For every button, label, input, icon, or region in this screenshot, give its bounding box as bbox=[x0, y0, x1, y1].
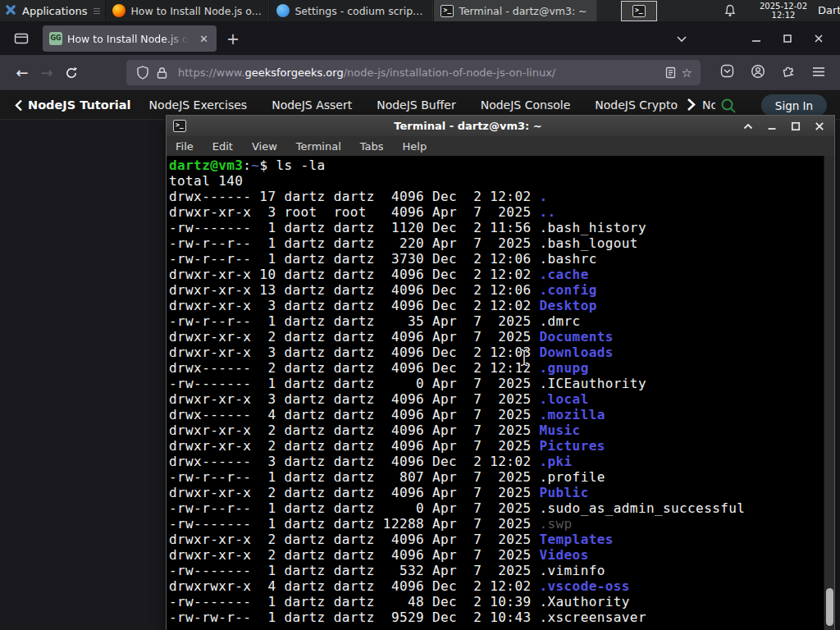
url-text: https://www.geeksforgeeks.org/node-js/in… bbox=[178, 66, 661, 79]
menu-view[interactable]: View bbox=[252, 140, 277, 153]
url-bar[interactable]: https://www.geeksforgeeks.org/node-js/in… bbox=[126, 60, 701, 85]
file-name: .bash_history bbox=[539, 220, 646, 235]
search-icon[interactable] bbox=[720, 98, 737, 116]
file-listing-row: drwxr-xr-x 10 dartz dartz 4096 Dec 2 12:… bbox=[169, 267, 821, 282]
taskbar-button-firefox[interactable]: How to Install Node.js o... bbox=[105, 0, 269, 21]
file-listing-row: -rw------- 1 dartz dartz 48 Dec 2 10:39 … bbox=[169, 594, 821, 609]
file-listing: drwx------ 17 dartz dartz 4096 Dec 2 12:… bbox=[169, 189, 821, 625]
tray-terminal-launcher[interactable]: >_ bbox=[621, 1, 657, 21]
chevron-left-icon bbox=[15, 99, 23, 112]
file-name: Desktop bbox=[539, 298, 596, 313]
file-name: .cache bbox=[539, 267, 588, 282]
menu-terminal[interactable]: Terminal bbox=[296, 140, 341, 153]
panel-clock[interactable]: 2025-12-02 12:12 bbox=[753, 2, 814, 20]
firefox-view-icon[interactable] bbox=[8, 27, 34, 50]
nav-back-link[interactable]: NodeJS Tutorial bbox=[15, 98, 131, 112]
taskbar-label: How to Install Node.js o... bbox=[130, 5, 261, 17]
terminal-icon: >_ bbox=[632, 5, 646, 17]
file-listing-row: drwxr-xr-x 3 dartz dartz 4096 Dec 2 12:0… bbox=[169, 298, 821, 313]
file-name: .Xauthority bbox=[539, 594, 629, 609]
pocket-icon[interactable] bbox=[720, 64, 734, 81]
file-name: .viminfo bbox=[539, 563, 605, 578]
account-icon[interactable] bbox=[751, 64, 765, 82]
nav-link[interactable]: NodeJS Console bbox=[481, 98, 571, 112]
tracking-shield-icon[interactable] bbox=[136, 66, 149, 80]
file-listing-row: drwxr-xr-x 2 dartz dartz 4096 Apr 7 2025… bbox=[169, 532, 821, 547]
nav-scroll-right-chevron-icon[interactable] bbox=[686, 98, 696, 114]
applications-menu-button[interactable]: Applications bbox=[0, 0, 105, 21]
prompt-colon: : bbox=[243, 158, 251, 173]
notification-bell-icon[interactable] bbox=[724, 4, 737, 21]
tab-bar: GG How to Install Node.js on ✕ + bbox=[0, 22, 840, 55]
file-listing-row: drwxr-xr-x 2 dartz dartz 4096 Apr 7 2025… bbox=[169, 438, 821, 454]
nav-link[interactable]: NodeJS Exercises bbox=[149, 98, 248, 112]
terminal-scrollbar-thumb[interactable] bbox=[826, 588, 833, 626]
top-panel: Applications How to Install Node.js o...… bbox=[0, 0, 840, 22]
terminal-maximize-button[interactable] bbox=[791, 121, 801, 131]
vscodium-icon bbox=[276, 4, 290, 17]
back-button[interactable]: ← bbox=[10, 61, 34, 85]
file-listing-row: drwx------ 4 dartz dartz 4096 Apr 7 2025… bbox=[169, 407, 821, 422]
nav-link[interactable]: NodeJS Crypto bbox=[595, 98, 678, 112]
bookmark-star-icon[interactable]: ☆ bbox=[680, 66, 694, 80]
taskbar-button-terminal[interactable]: >_ Terminal - dartz@vm3: ~ bbox=[433, 0, 597, 21]
new-tab-button[interactable]: + bbox=[217, 30, 249, 48]
url-scheme: https://www. bbox=[178, 66, 244, 79]
terminal-icon: >_ bbox=[441, 5, 454, 17]
browser-tab[interactable]: GG How to Install Node.js on ✕ bbox=[43, 25, 217, 52]
menu-help[interactable]: Help bbox=[403, 140, 427, 153]
menu-hamburger-icon[interactable] bbox=[812, 65, 825, 80]
terminal-title: Terminal - dartz@vm3: ~ bbox=[193, 120, 743, 132]
extensions-icon[interactable] bbox=[782, 64, 796, 81]
file-listing-row: -rw------- 1 dartz dartz 12288 Apr 7 202… bbox=[169, 516, 821, 532]
nav-link[interactable]: NodeJS Assert bbox=[272, 98, 352, 112]
terminal-output[interactable]: dartz@vm3:~$ ls -la total 140 drwx------… bbox=[167, 156, 834, 630]
taskbar-label: Terminal - dartz@vm3: ~ bbox=[459, 5, 587, 17]
menu-tabs[interactable]: Tabs bbox=[360, 140, 384, 153]
file-listing-row: -rw------- 1 dartz dartz 532 Apr 7 2025 … bbox=[169, 563, 821, 578]
file-name: .gnupg bbox=[539, 360, 588, 376]
terminal-total-line: total 140 bbox=[169, 173, 821, 189]
terminal-minimize-button[interactable] bbox=[767, 121, 777, 130]
file-listing-row: drwx------ 17 dartz dartz 4096 Dec 2 12:… bbox=[169, 189, 821, 204]
menu-file[interactable]: File bbox=[176, 140, 194, 153]
file-listing-row: -rw-r--r-- 1 dartz dartz 220 Apr 7 2025 … bbox=[169, 235, 821, 251]
tab-close-icon[interactable]: ✕ bbox=[196, 31, 212, 47]
tab-title: How to Install Node.js on bbox=[67, 33, 191, 45]
window-minimize-button[interactable] bbox=[751, 34, 761, 43]
file-listing-row: drwxr-xr-x 13 dartz dartz 4096 Dec 2 12:… bbox=[169, 282, 821, 298]
file-name: . bbox=[539, 189, 547, 204]
file-listing-row: drwxr-xr-x 2 dartz dartz 4096 Apr 7 2025… bbox=[169, 422, 821, 438]
reload-icon[interactable] bbox=[59, 61, 84, 85]
taskbar-button-codium[interactable]: Settings - codium script... bbox=[269, 0, 433, 21]
terminal-menu-bar: File Edit View Terminal Tabs Help bbox=[167, 136, 834, 156]
window-maximize-button[interactable] bbox=[783, 34, 792, 43]
file-name: .. bbox=[539, 204, 555, 220]
file-name: .sudo_as_admin_successful bbox=[539, 500, 745, 516]
forward-button[interactable]: → bbox=[34, 61, 59, 85]
terminal-title-bar[interactable]: >_ Terminal - dartz@vm3: ~ bbox=[167, 116, 834, 136]
terminal-close-button[interactable] bbox=[815, 121, 824, 131]
file-listing-row: drwxr-xr-x 2 dartz dartz 4096 Apr 7 2025… bbox=[169, 547, 821, 563]
terminal-shade-button[interactable] bbox=[743, 123, 753, 130]
nav-back-label: NodeJS Tutorial bbox=[28, 98, 131, 112]
file-listing-row: drwx------ 2 dartz dartz 4096 Dec 2 12:1… bbox=[169, 360, 821, 376]
file-name: .mozilla bbox=[539, 407, 605, 422]
window-close-button[interactable] bbox=[814, 34, 824, 43]
terminal-scrollbar[interactable] bbox=[824, 156, 834, 630]
terminal-icon[interactable]: >_ bbox=[173, 120, 186, 132]
file-listing-row: -rw-r--r-- 1 dartz dartz 0 Apr 7 2025 .s… bbox=[169, 500, 821, 516]
list-all-tabs-chevron-icon[interactable] bbox=[676, 35, 687, 43]
file-listing-row: drwx------ 3 dartz dartz 4096 Dec 2 12:0… bbox=[169, 454, 821, 469]
reader-view-icon[interactable] bbox=[664, 66, 677, 79]
sign-in-button[interactable]: Sign In bbox=[761, 94, 827, 116]
file-name: Public bbox=[539, 485, 588, 500]
file-name: .xscreensaver bbox=[539, 609, 646, 625]
nav-link[interactable]: NodeJS DNS bbox=[702, 98, 715, 112]
terminal-window: >_ Terminal - dartz@vm3: ~ File Edit bbox=[166, 115, 835, 630]
menu-edit[interactable]: Edit bbox=[212, 140, 233, 153]
lock-icon[interactable] bbox=[156, 66, 168, 80]
nav-link[interactable]: NodeJS Buffer bbox=[377, 98, 456, 112]
panel-user-label[interactable]: Dartz bbox=[818, 4, 840, 16]
prompt-cwd: ~ bbox=[251, 158, 259, 173]
